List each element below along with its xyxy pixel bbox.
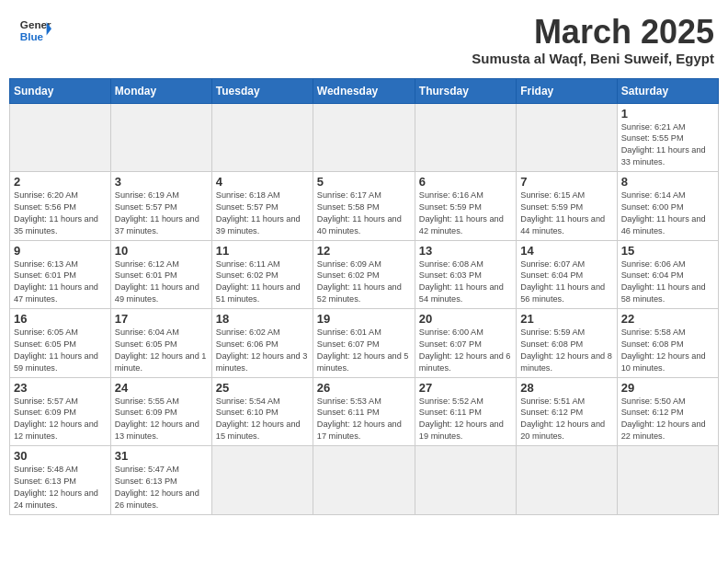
table-cell	[110, 103, 211, 172]
day-info: Sunrise: 6:08 AM Sunset: 6:03 PM Dayligh…	[419, 259, 512, 306]
day-number: 30	[14, 449, 107, 463]
table-cell: 8Sunrise: 6:14 AM Sunset: 6:00 PM Daylig…	[617, 172, 718, 241]
title-section: March 2025 Sumusta al Waqf, Beni Suweif,…	[472, 14, 714, 66]
header-wednesday: Wednesday	[313, 78, 415, 103]
generalblue-logo-icon: General Blue	[18, 14, 51, 47]
table-cell: 31Sunrise: 5:47 AM Sunset: 6:13 PM Dayli…	[110, 446, 211, 515]
day-info: Sunrise: 6:01 AM Sunset: 6:07 PM Dayligh…	[317, 327, 411, 374]
header-tuesday: Tuesday	[211, 78, 313, 103]
header-monday: Monday	[110, 78, 211, 103]
table-cell: 19Sunrise: 6:01 AM Sunset: 6:07 PM Dayli…	[313, 309, 415, 378]
header-friday: Friday	[517, 78, 617, 103]
day-info: Sunrise: 5:57 AM Sunset: 6:09 PM Dayligh…	[14, 396, 107, 443]
table-cell: 5Sunrise: 6:17 AM Sunset: 5:58 PM Daylig…	[313, 172, 415, 241]
day-number: 22	[621, 312, 714, 326]
table-cell: 20Sunrise: 6:00 AM Sunset: 6:07 PM Dayli…	[415, 309, 516, 378]
day-info: Sunrise: 6:15 AM Sunset: 5:59 PM Dayligh…	[520, 190, 612, 237]
day-info: Sunrise: 6:09 AM Sunset: 6:02 PM Dayligh…	[317, 259, 411, 306]
day-number: 2	[14, 175, 107, 189]
day-number: 26	[317, 381, 411, 395]
day-number: 4	[216, 175, 309, 189]
day-info: Sunrise: 6:20 AM Sunset: 5:56 PM Dayligh…	[14, 190, 107, 237]
day-info: Sunrise: 6:21 AM Sunset: 5:55 PM Dayligh…	[621, 121, 714, 169]
table-cell: 7Sunrise: 6:15 AM Sunset: 5:59 PM Daylig…	[517, 172, 617, 241]
table-cell: 17Sunrise: 6:04 AM Sunset: 6:05 PM Dayli…	[110, 309, 211, 378]
day-info: Sunrise: 5:59 AM Sunset: 6:08 PM Dayligh…	[520, 327, 612, 374]
day-info: Sunrise: 5:52 AM Sunset: 6:11 PM Dayligh…	[419, 396, 512, 443]
table-cell: 14Sunrise: 6:07 AM Sunset: 6:04 PM Dayli…	[517, 240, 617, 309]
day-number: 31	[115, 449, 208, 463]
table-cell: 25Sunrise: 5:54 AM Sunset: 6:10 PM Dayli…	[211, 377, 313, 446]
table-cell: 23Sunrise: 5:57 AM Sunset: 6:09 PM Dayli…	[10, 377, 111, 446]
table-cell	[415, 446, 516, 515]
table-cell: 13Sunrise: 6:08 AM Sunset: 6:03 PM Dayli…	[415, 240, 516, 309]
day-number: 12	[317, 244, 411, 258]
table-cell: 6Sunrise: 6:16 AM Sunset: 5:59 PM Daylig…	[415, 172, 516, 241]
table-cell: 24Sunrise: 5:55 AM Sunset: 6:09 PM Dayli…	[110, 377, 211, 446]
calendar-title: March 2025	[472, 14, 714, 51]
table-cell: 9Sunrise: 6:13 AM Sunset: 6:01 PM Daylig…	[10, 240, 111, 309]
day-number: 16	[14, 312, 107, 326]
table-cell: 29Sunrise: 5:50 AM Sunset: 6:12 PM Dayli…	[617, 377, 718, 446]
table-cell: 16Sunrise: 6:05 AM Sunset: 6:05 PM Dayli…	[10, 309, 111, 378]
svg-text:Blue: Blue	[20, 30, 44, 42]
calendar-table: Sunday Monday Tuesday Wednesday Thursday…	[9, 78, 719, 515]
day-number: 3	[115, 175, 208, 189]
week-row-5: 23Sunrise: 5:57 AM Sunset: 6:09 PM Dayli…	[10, 377, 719, 446]
day-number: 11	[216, 244, 309, 258]
day-info: Sunrise: 5:47 AM Sunset: 6:13 PM Dayligh…	[115, 464, 208, 511]
table-cell	[415, 103, 516, 172]
table-cell	[313, 103, 415, 172]
table-cell: 3Sunrise: 6:19 AM Sunset: 5:57 PM Daylig…	[110, 172, 211, 241]
day-info: Sunrise: 6:14 AM Sunset: 6:00 PM Dayligh…	[621, 190, 714, 237]
weekday-header-row: Sunday Monday Tuesday Wednesday Thursday…	[10, 78, 719, 103]
day-info: Sunrise: 6:16 AM Sunset: 5:59 PM Dayligh…	[419, 190, 512, 237]
table-cell: 10Sunrise: 6:12 AM Sunset: 6:01 PM Dayli…	[110, 240, 211, 309]
table-cell	[517, 446, 617, 515]
table-cell: 15Sunrise: 6:06 AM Sunset: 6:04 PM Dayli…	[617, 240, 718, 309]
day-number: 20	[419, 312, 512, 326]
day-number: 7	[520, 175, 612, 189]
week-row-4: 16Sunrise: 6:05 AM Sunset: 6:05 PM Dayli…	[10, 309, 719, 378]
day-number: 23	[14, 381, 107, 395]
table-cell: 4Sunrise: 6:18 AM Sunset: 5:57 PM Daylig…	[211, 172, 313, 241]
week-row-6: 30Sunrise: 5:48 AM Sunset: 6:13 PM Dayli…	[10, 446, 719, 515]
table-cell: 11Sunrise: 6:11 AM Sunset: 6:02 PM Dayli…	[211, 240, 313, 309]
week-row-2: 2Sunrise: 6:20 AM Sunset: 5:56 PM Daylig…	[10, 172, 719, 241]
day-info: Sunrise: 6:17 AM Sunset: 5:58 PM Dayligh…	[317, 190, 411, 237]
day-info: Sunrise: 5:53 AM Sunset: 6:11 PM Dayligh…	[317, 396, 411, 443]
day-number: 15	[621, 244, 714, 258]
day-number: 13	[419, 244, 512, 258]
day-number: 5	[317, 175, 411, 189]
day-info: Sunrise: 5:58 AM Sunset: 6:08 PM Dayligh…	[621, 327, 714, 374]
day-info: Sunrise: 6:04 AM Sunset: 6:05 PM Dayligh…	[115, 327, 208, 374]
day-info: Sunrise: 5:48 AM Sunset: 6:13 PM Dayligh…	[14, 464, 107, 511]
logo: General Blue	[18, 14, 51, 47]
header: General Blue March 2025 Sumusta al Waqf,…	[9, 9, 719, 71]
table-cell: 27Sunrise: 5:52 AM Sunset: 6:11 PM Dayli…	[415, 377, 516, 446]
table-cell: 2Sunrise: 6:20 AM Sunset: 5:56 PM Daylig…	[10, 172, 111, 241]
day-number: 24	[115, 381, 208, 395]
day-number: 17	[115, 312, 208, 326]
table-cell: 30Sunrise: 5:48 AM Sunset: 6:13 PM Dayli…	[10, 446, 111, 515]
calendar-subtitle: Sumusta al Waqf, Beni Suweif, Egypt	[472, 51, 714, 66]
day-info: Sunrise: 6:06 AM Sunset: 6:04 PM Dayligh…	[621, 259, 714, 306]
day-number: 14	[520, 244, 612, 258]
week-row-1: 1Sunrise: 6:21 AM Sunset: 5:55 PM Daylig…	[10, 103, 719, 172]
header-thursday: Thursday	[415, 78, 516, 103]
day-info: Sunrise: 6:12 AM Sunset: 6:01 PM Dayligh…	[115, 259, 208, 306]
day-info: Sunrise: 6:00 AM Sunset: 6:07 PM Dayligh…	[419, 327, 512, 374]
day-number: 1	[621, 107, 714, 121]
table-cell	[617, 446, 718, 515]
table-cell	[211, 446, 313, 515]
day-info: Sunrise: 6:13 AM Sunset: 6:01 PM Dayligh…	[14, 259, 107, 306]
table-cell: 1Sunrise: 6:21 AM Sunset: 5:55 PM Daylig…	[617, 103, 718, 172]
table-cell	[517, 103, 617, 172]
day-number: 18	[216, 312, 309, 326]
day-number: 27	[419, 381, 512, 395]
day-number: 25	[216, 381, 309, 395]
day-info: Sunrise: 5:55 AM Sunset: 6:09 PM Dayligh…	[115, 396, 208, 443]
day-number: 29	[621, 381, 714, 395]
header-sunday: Sunday	[10, 78, 111, 103]
table-cell: 26Sunrise: 5:53 AM Sunset: 6:11 PM Dayli…	[313, 377, 415, 446]
